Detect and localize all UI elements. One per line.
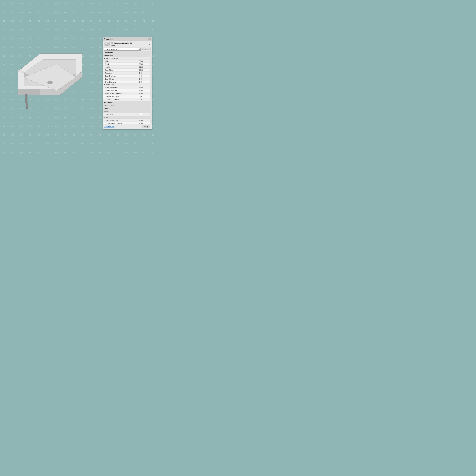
prop-value[interactable]: 6.00: [138, 81, 152, 83]
prop-value[interactable]: 2.00: [138, 72, 152, 74]
bottle-trap-visibility-label: Bottle Trap: [103, 113, 138, 116]
panel-header: RD_Bathroom Sink Wall 30 White ▼: [103, 41, 152, 48]
table-row: Depth 35.00: [103, 63, 152, 66]
element-name-line1: RD_Bathroom Sink Wall 30: [111, 42, 132, 44]
prop-value[interactable]: 13.00: [138, 122, 152, 124]
main-dimensions-subsection[interactable]: ▶ Main Dimensions: [103, 57, 152, 60]
bottle-trap-checkbox[interactable]: ✓: [140, 113, 142, 115]
constraints-label: Constraints: [104, 52, 113, 53]
visibility-label: Visibility: [104, 110, 110, 112]
table-row: Width 50.00: [103, 60, 152, 63]
apply-button[interactable]: Apply: [142, 125, 150, 128]
prop-value[interactable]: 50.00: [138, 60, 152, 62]
prop-value[interactable]: 15.00: [138, 92, 152, 95]
table-row: Drain Opening Distance 13.00: [103, 122, 152, 124]
prop-value[interactable]: 11.00: [138, 66, 152, 68]
prop-label: Distance From Wall: [103, 95, 138, 98]
prop-value[interactable]: 0.00: [138, 95, 152, 98]
prop-label: Height: [103, 66, 138, 68]
element-icon: [104, 42, 110, 46]
scrollbar[interactable]: [150, 51, 152, 124]
properties-panel: Properties ✕ RD_Bathroom Sink Wall 30 Wh…: [103, 37, 152, 129]
bottle-trap-label: Bottle Trap: [106, 84, 114, 85]
other-rows: Bottle Trap Length 13.00 Drain Opening D…: [103, 119, 152, 124]
dropdown-arrow-icon[interactable]: ▼: [148, 43, 150, 45]
table-row: Bottle Trap Length 13.00: [103, 119, 152, 122]
other-label: Other: [104, 116, 108, 118]
prop-label: Thickness: [103, 72, 138, 74]
table-row: Connector Diameter 3.20: [103, 98, 152, 101]
prop-label: Bottom Body Height: [103, 89, 138, 92]
prop-label: Width: [103, 60, 138, 62]
bottle-trap-arrow: ▶: [104, 84, 105, 85]
prop-label: Depth: [103, 63, 138, 65]
element-name: RD_Bathroom Sink Wall 30 White: [111, 42, 132, 46]
bottle-trap-visibility-row: Bottle Trap ✓: [103, 113, 152, 116]
filter-dropdown-row: Plumbing Fixtures (1) ⊞ Edit Type: [103, 48, 152, 51]
identity-data-section-header[interactable]: Identity Data ⬆: [103, 104, 152, 107]
prop-value[interactable]: 25.50: [138, 86, 152, 89]
prop-label: Drain Diameter: [103, 81, 138, 83]
constraints-section-header[interactable]: Constraints ⬆: [103, 51, 152, 54]
prop-label: Wall Connection Height: [103, 92, 138, 95]
main-dimensions-arrow: ▶: [104, 58, 105, 59]
main-dimensions-label: Main Dimensions: [106, 57, 119, 59]
prop-label: Basin Height: [103, 78, 138, 80]
bottle-trap-visibility-value: ✓: [138, 113, 152, 116]
prop-value[interactable]: 15.00: [138, 89, 152, 92]
sink-3d-illustration: [9, 45, 92, 113]
edit-type-button[interactable]: ⊞ Edit Type: [141, 48, 151, 51]
panel-title: Properties: [104, 38, 112, 40]
prop-label: Bottle Trap Height: [103, 86, 138, 89]
table-row: Basin Height 7.00: [103, 78, 152, 81]
bottle-trap-subsection[interactable]: ▶ Bottle Trap: [103, 84, 152, 86]
other-section-header[interactable]: Other ⬆: [103, 116, 152, 119]
prop-label: Back Offset: [103, 69, 138, 71]
prop-label: Drain Opening Distance: [103, 122, 138, 124]
phasing-label: Phasing: [104, 107, 110, 109]
table-row: Distance From Wall 0.00: [103, 95, 152, 98]
table-row: Back Offset 10.00: [103, 68, 152, 71]
dimensions-label: Dimensions: [104, 55, 113, 56]
prop-value[interactable]: 35.00: [138, 63, 152, 65]
table-row: Thickness 2.00: [103, 71, 152, 74]
prop-value[interactable]: 13.00: [138, 119, 152, 121]
prop-label: Bottle Trap Length: [103, 119, 138, 121]
panel-titlebar: Properties ✕: [103, 37, 152, 41]
dimension-rows: Width 50.00 Depth 35.00 Height 11.00 Bac…: [103, 60, 152, 84]
identity-data-label: Identity Data: [104, 104, 114, 106]
prop-label: Base Thickness: [103, 75, 138, 77]
prop-value[interactable]: 4.00: [138, 75, 152, 77]
svg-rect-13: [26, 103, 28, 109]
bottle-trap-rows: Bottle Trap Height 25.50 Bottom Body Hei…: [103, 86, 152, 101]
close-button[interactable]: ✕: [148, 38, 151, 40]
prop-label: Connector Diameter: [103, 98, 138, 101]
mechanical-label: Mechanical: [104, 102, 112, 103]
table-row: Drain Diameter 6.00: [103, 81, 152, 84]
panel-footer: Properties help Apply: [103, 124, 152, 129]
visibility-section-header[interactable]: Visibility ⬆: [103, 110, 152, 113]
element-name-line2: White: [111, 44, 132, 46]
table-row: Bottom Body Height 15.00: [103, 89, 152, 92]
svg-marker-12: [25, 94, 27, 103]
category-select[interactable]: Plumbing Fixtures (1): [104, 48, 141, 51]
dimensions-section-header[interactable]: Dimensions ⬆: [103, 54, 152, 57]
mechanical-section-header[interactable]: Mechanical ⬆: [103, 101, 152, 104]
table-row: Wall Connection Height 15.00: [103, 92, 152, 95]
panel-body: Constraints ⬆ Dimensions ⬆ ▶ Main Dimens…: [103, 51, 152, 124]
prop-value[interactable]: 10.00: [138, 69, 152, 71]
panel-body-scroll[interactable]: Constraints ⬆ Dimensions ⬆ ▶ Main Dimens…: [103, 51, 152, 124]
prop-value[interactable]: 7.00: [138, 78, 152, 80]
prop-value[interactable]: 3.20: [138, 98, 152, 101]
table-row: Base Thickness 4.00: [103, 74, 152, 78]
properties-help-link[interactable]: Properties help: [104, 126, 115, 127]
table-row: Height 11.00: [103, 66, 152, 68]
table-row: Bottle Trap Height 25.50: [103, 86, 152, 89]
svg-point-14: [26, 108, 28, 109]
phasing-section-header[interactable]: Phasing ⬆: [103, 107, 152, 110]
